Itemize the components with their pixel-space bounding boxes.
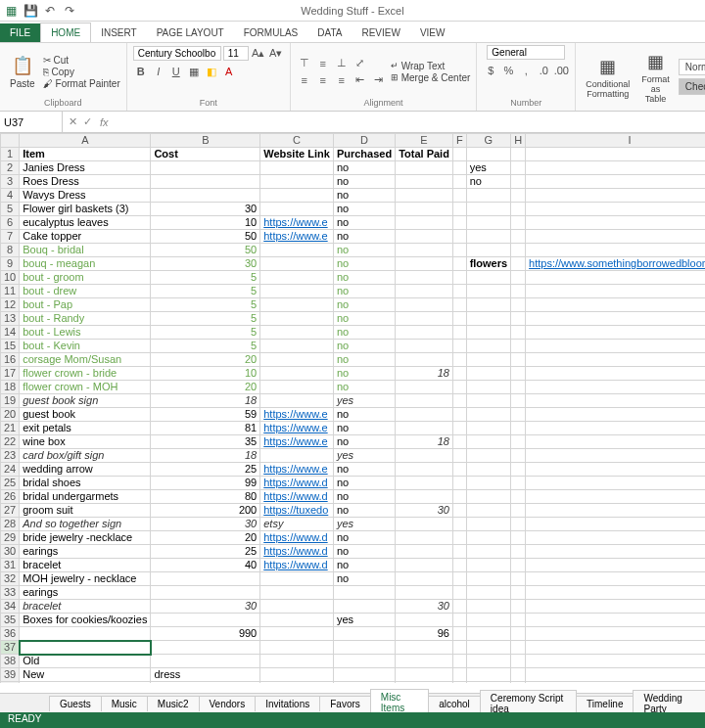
col-header-A[interactable]: A [20, 134, 151, 148]
cell-C14[interactable] [260, 326, 334, 340]
row-header-33[interactable]: 33 [1, 586, 20, 600]
cell-B13[interactable]: 5 [151, 312, 260, 326]
cell-E3[interactable] [396, 175, 453, 189]
row-header-29[interactable]: 29 [1, 531, 20, 545]
cell-E11[interactable] [396, 285, 453, 298]
cell-B8[interactable]: 50 [151, 244, 260, 257]
cell-F26[interactable] [452, 490, 466, 504]
cell-A20[interactable]: guest book [20, 408, 151, 422]
cell-B6[interactable]: 10 [151, 216, 260, 230]
cell-B12[interactable]: 5 [151, 298, 260, 312]
cell-I18[interactable] [526, 381, 705, 394]
cell-B37[interactable] [151, 641, 260, 655]
cell-B23[interactable]: 18 [151, 449, 260, 463]
cell-A3[interactable]: Roes Dress [20, 175, 151, 189]
row-header-16[interactable]: 16 [1, 353, 20, 367]
cell-H30[interactable] [511, 545, 526, 559]
hyperlink[interactable]: https://www.e [263, 435, 327, 447]
row-header-7[interactable]: 7 [1, 230, 20, 244]
cell-H40[interactable] [511, 682, 526, 684]
cell-F24[interactable] [452, 463, 466, 477]
cell-G37[interactable] [466, 641, 511, 655]
cell-H15[interactable] [511, 340, 526, 353]
cell-I19[interactable] [526, 394, 705, 408]
row-header-22[interactable]: 22 [1, 435, 20, 449]
cell-B3[interactable] [151, 175, 260, 189]
cell-H17[interactable] [511, 367, 526, 381]
cell-E8[interactable] [396, 244, 453, 257]
cell-B15[interactable]: 5 [151, 340, 260, 353]
cell-B39[interactable]: dress [151, 668, 260, 682]
row-header-25[interactable]: 25 [1, 477, 20, 490]
cell-H2[interactable] [511, 161, 526, 175]
cell-E39[interactable] [396, 668, 453, 682]
cell-I6[interactable] [526, 216, 705, 230]
cell-I2[interactable] [526, 161, 705, 175]
cell-D4[interactable]: no [333, 189, 395, 203]
row-header-27[interactable]: 27 [1, 504, 20, 518]
tab-review[interactable]: REVIEW [352, 23, 409, 42]
cell-C1[interactable]: Website Link [260, 148, 334, 161]
cell-I26[interactable] [526, 490, 705, 504]
cell-D32[interactable]: no [333, 572, 395, 586]
cell-I31[interactable] [526, 559, 705, 572]
align-top-icon[interactable]: ⊤ [297, 56, 312, 71]
cell-C24[interactable]: https://www.e [260, 463, 334, 477]
cell-I25[interactable] [526, 477, 705, 490]
cell-C4[interactable] [260, 189, 334, 203]
row-header-8[interactable]: 8 [1, 244, 20, 257]
cell-D24[interactable]: no [333, 463, 395, 477]
cell-A5[interactable]: Flower girl baskets (3) [20, 203, 151, 216]
cell-C19[interactable] [260, 394, 334, 408]
cell-G36[interactable] [466, 627, 511, 641]
col-header-I[interactable]: I [526, 134, 705, 148]
row-header-5[interactable]: 5 [1, 203, 20, 216]
cell-G34[interactable] [466, 600, 511, 614]
cell-H4[interactable] [511, 189, 526, 203]
cell-B22[interactable]: 35 [151, 435, 260, 449]
cell-E20[interactable] [396, 408, 453, 422]
bold-button[interactable]: B [133, 64, 149, 79]
cell-G24[interactable] [466, 463, 511, 477]
cell-G18[interactable] [466, 381, 511, 394]
cell-B27[interactable]: 200 [151, 504, 260, 518]
cell-A33[interactable]: earings [20, 586, 151, 600]
cell-F35[interactable] [452, 614, 466, 627]
row-header-32[interactable]: 32 [1, 572, 20, 586]
merge-center-button[interactable]: ⊞Merge & Center [391, 72, 471, 83]
tab-data[interactable]: DATA [307, 23, 352, 42]
col-header-H[interactable]: H [511, 134, 526, 148]
cell-B16[interactable]: 20 [151, 353, 260, 367]
cell-A32[interactable]: MOH jewelry - necklace [20, 572, 151, 586]
cell-F34[interactable] [452, 600, 466, 614]
cell-G5[interactable] [466, 203, 511, 216]
cell-G26[interactable] [466, 490, 511, 504]
cell-I4[interactable] [526, 189, 705, 203]
cell-D6[interactable]: no [333, 216, 395, 230]
cell-H24[interactable] [511, 463, 526, 477]
cell-D17[interactable]: no [333, 367, 395, 381]
cell-I14[interactable] [526, 326, 705, 340]
cell-E24[interactable] [396, 463, 453, 477]
cell-I20[interactable] [526, 408, 705, 422]
cell-H20[interactable] [511, 408, 526, 422]
conditional-formatting-button[interactable]: ▦Conditional Formatting [582, 54, 634, 101]
cell-H32[interactable] [511, 572, 526, 586]
cell-F30[interactable] [452, 545, 466, 559]
cell-G16[interactable] [466, 353, 511, 367]
cell-H16[interactable] [511, 353, 526, 367]
cell-E35[interactable] [396, 614, 453, 627]
cell-C37[interactable] [260, 641, 334, 655]
cell-F10[interactable] [452, 271, 466, 285]
cell-C10[interactable] [260, 271, 334, 285]
cell-B33[interactable] [151, 586, 260, 600]
cell-H5[interactable] [511, 203, 526, 216]
row-header-1[interactable]: 1 [1, 148, 20, 161]
cell-E25[interactable] [396, 477, 453, 490]
underline-button[interactable]: U [168, 64, 184, 79]
cell-G11[interactable] [466, 285, 511, 298]
cell-I24[interactable] [526, 463, 705, 477]
cell-G12[interactable] [466, 298, 511, 312]
cell-G30[interactable] [466, 545, 511, 559]
cell-F2[interactable] [452, 161, 466, 175]
